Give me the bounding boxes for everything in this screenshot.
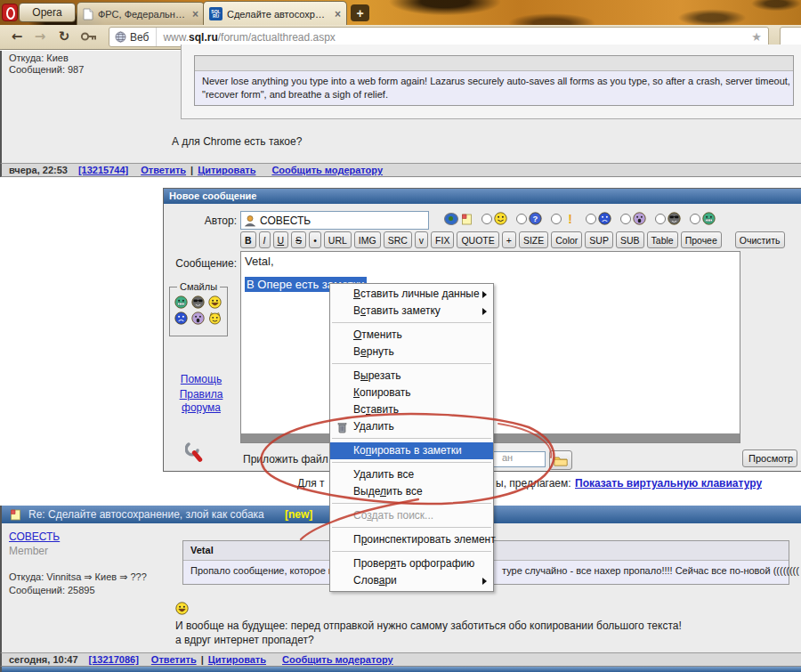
- help-link[interactable]: Помощь: [164, 373, 239, 385]
- menu-item-label: Вставить: [353, 403, 399, 416]
- forward-button[interactable]: →: [30, 28, 50, 45]
- back-button[interactable]: ←: [7, 28, 27, 45]
- toolbar-button-Очистить[interactable]: Очистить: [735, 231, 785, 248]
- bookmark-star-icon[interactable]: ★: [751, 30, 768, 44]
- menu-item-label: Вставить личные данные: [353, 287, 480, 300]
- post-time: вчера, 22:53: [9, 165, 68, 175]
- close-icon[interactable]: ×: [335, 8, 341, 20]
- menu-separator: [332, 438, 491, 439]
- menu-item-inspect-element[interactable]: Проинспектировать элемент: [330, 531, 493, 548]
- post-icon-option-note-icon[interactable]: [444, 213, 473, 225]
- menu-item-select-all[interactable]: Выделить все: [330, 483, 493, 500]
- menu-item-delete-all[interactable]: Удалить все: [330, 466, 493, 483]
- menu-item-insert-note[interactable]: Вставить заметку: [330, 303, 493, 320]
- post-icon-option-question-icon[interactable]: ?: [516, 212, 542, 225]
- post-icon-option-sad-icon[interactable]: [586, 212, 611, 225]
- smiley-sad-icon[interactable]: [174, 312, 189, 325]
- browse-folder-button[interactable]: [549, 450, 572, 470]
- post-icon-option-grin-icon[interactable]: [690, 212, 716, 225]
- menu-item-undo[interactable]: Отменить: [330, 327, 493, 344]
- smiley-grin-icon[interactable]: [174, 296, 189, 309]
- close-icon[interactable]: ×: [192, 8, 198, 20]
- sqlru-favicon: SQLRU: [209, 7, 222, 20]
- menu-item-dictionaries[interactable]: Словари: [330, 572, 493, 589]
- tab-current[interactable]: SQLRU Сделайте автосохране... ×: [203, 1, 347, 26]
- radio-button[interactable]: [551, 214, 562, 224]
- toolbar-button-SUP[interactable]: SUP: [585, 231, 613, 248]
- post-icon-option-shock-icon[interactable]: [620, 212, 646, 225]
- menu-item-cut[interactable]: Вырезать: [330, 368, 493, 385]
- toolbar-button-•[interactable]: •: [309, 231, 321, 248]
- post-icon-option-cool-icon[interactable]: [655, 212, 681, 225]
- menu-item-label: Вырезать: [353, 369, 400, 382]
- menu-item-label: Проверять орфографию: [353, 557, 474, 570]
- reply-link[interactable]: Ответить: [151, 654, 197, 665]
- smiley-shock-icon[interactable]: [191, 312, 206, 325]
- post-icon-option-smile-icon[interactable]: [481, 212, 507, 225]
- wrench-icon[interactable]: [185, 441, 208, 468]
- toolbar-button-v[interactable]: v: [415, 231, 428, 248]
- post-icon-option-exclaim-icon[interactable]: !: [551, 212, 577, 225]
- post-id-link[interactable]: [13217086]: [89, 654, 139, 665]
- radio-button[interactable]: [444, 213, 458, 225]
- toolbar-button-Table[interactable]: Table: [647, 231, 678, 248]
- radio-button[interactable]: [655, 214, 666, 224]
- toolbar-button-B[interactable]: B: [240, 231, 256, 248]
- virtual-keyboard-link[interactable]: Показать виртуальную клавиатуру: [575, 477, 762, 490]
- toolbar-button-S[interactable]: S: [291, 231, 306, 248]
- menu-item-redo[interactable]: Вернуть: [330, 344, 493, 360]
- forum-rules-link[interactable]: Правила: [164, 388, 239, 401]
- report-link[interactable]: Сообщить модератору: [282, 654, 393, 665]
- menu-item-create-search[interactable]: Создать поиск...: [330, 507, 493, 524]
- smiley-cool-icon[interactable]: [191, 296, 206, 309]
- author-origin: Откуда: Киев: [9, 53, 69, 63]
- menu-item-label: Удалить: [353, 420, 394, 433]
- web-badge[interactable]: Веб: [109, 28, 157, 46]
- toolbar-button-SIZE[interactable]: SIZE: [519, 231, 548, 248]
- forum-rules-link[interactable]: форума: [164, 401, 239, 414]
- submenu-arrow-icon: [482, 308, 487, 315]
- menu-item-insert-personal-data[interactable]: Вставить личные данные: [330, 286, 493, 303]
- toolbar-button-SRC[interactable]: SRC: [384, 231, 412, 248]
- radio-button[interactable]: [516, 214, 527, 224]
- toolbar-button-URL[interactable]: URL: [324, 231, 352, 248]
- smiley-laugh-icon[interactable]: [208, 296, 222, 309]
- quote-link[interactable]: Цитировать: [208, 654, 266, 665]
- preview-button[interactable]: Просмотр: [742, 449, 797, 467]
- quote-link[interactable]: Цитировать: [198, 165, 255, 175]
- reload-button[interactable]: ↻: [54, 28, 74, 45]
- wand-key-icon[interactable]: [79, 28, 99, 45]
- author-input[interactable]: СОВЕСТЬ: [240, 211, 429, 230]
- new-tab-button[interactable]: +: [351, 4, 369, 21]
- author-profile-link[interactable]: СОВЕСТЬ: [9, 530, 60, 543]
- toolbar-button-SUB[interactable]: SUB: [616, 231, 644, 248]
- radio-button[interactable]: [586, 214, 596, 224]
- menu-item-paste[interactable]: Вставить: [330, 401, 493, 418]
- author-role: Member: [9, 545, 48, 557]
- toolbar-button-IMG[interactable]: IMG: [354, 231, 381, 248]
- smiley-cat-icon[interactable]: [208, 312, 222, 325]
- menu-item-copy[interactable]: Копировать: [330, 385, 493, 401]
- radio-button[interactable]: [620, 214, 631, 224]
- toolbar-button-+[interactable]: +: [502, 231, 516, 248]
- toolbar-button-QUOTE[interactable]: QUOTE: [457, 231, 498, 248]
- menu-item-delete[interactable]: Удалить: [330, 418, 493, 435]
- menu-item-copy-to-notes[interactable]: Копировать в заметки: [330, 442, 493, 459]
- radio-button[interactable]: [690, 214, 700, 224]
- toolbar-button-FIX[interactable]: FIX: [431, 231, 454, 248]
- tab-title: ФРС, Федеральная рез...: [98, 9, 188, 20]
- note-icon: [9, 508, 21, 521]
- toolbar-button-U[interactable]: U: [273, 231, 289, 248]
- toolbar-button-Color[interactable]: Color: [551, 231, 582, 248]
- menu-item-check-spelling[interactable]: Проверять орфографию: [330, 555, 493, 572]
- toolbar-button-I[interactable]: I: [259, 231, 271, 248]
- menu-item-label: Вставить заметку: [353, 304, 441, 317]
- post-id-link[interactable]: [13215744]: [78, 165, 128, 175]
- toolbar-button-Прочее[interactable]: Прочее: [681, 231, 722, 248]
- radio-button[interactable]: [481, 214, 492, 224]
- reply-link[interactable]: Ответить: [141, 165, 186, 175]
- report-link[interactable]: Сообщить модератору: [271, 165, 383, 175]
- top-post-author-cell: Откуда: Киев Сообщений: 987: [0, 51, 166, 163]
- tab-frs[interactable]: ФРС, Федеральная рез... ×: [77, 2, 205, 25]
- opera-menu-button[interactable]: Opera: [19, 3, 76, 22]
